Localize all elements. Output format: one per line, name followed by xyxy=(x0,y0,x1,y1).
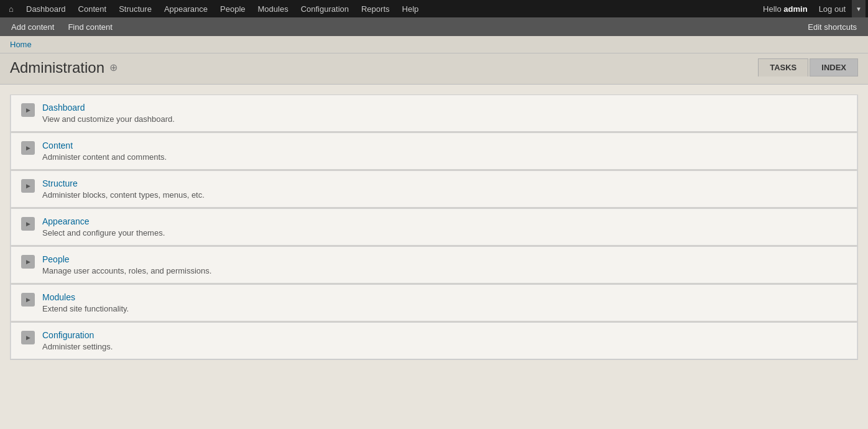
admin-item-content: Content Administer content and comments. xyxy=(11,132,857,170)
nav-item-configuration[interactable]: Configuration xyxy=(295,0,355,17)
admin-item-wrapper-modules: Modules Extend site functionality. xyxy=(11,284,857,322)
breadcrumb-bar: Home xyxy=(0,36,868,53)
admin-item-wrapper-dashboard: Dashboard View and customize your dashbo… xyxy=(11,95,857,132)
page-header: Administration ⊕ TASKS INDEX xyxy=(0,53,868,85)
home-icon[interactable]: ⌂ xyxy=(2,0,20,17)
admin-item-desc-people: Manage user accounts, roles, and permiss… xyxy=(42,266,211,275)
admin-item-wrapper-structure: Structure Administer blocks, content typ… xyxy=(11,170,857,208)
admin-item-title-content[interactable]: Content xyxy=(42,141,847,150)
admin-item-title-configuration[interactable]: Configuration xyxy=(42,330,847,340)
admin-item-desc-configuration: Administer settings. xyxy=(42,342,113,351)
admin-item-wrapper-content: Content Administer content and comments. xyxy=(11,132,857,170)
nav-item-structure[interactable]: Structure xyxy=(113,0,158,17)
admin-item-desc-modules: Extend site functionality. xyxy=(42,304,129,313)
edit-shortcuts-link[interactable]: Edit shortcuts xyxy=(801,17,863,36)
admin-item-content-configuration: Configuration Administer settings. xyxy=(42,330,847,351)
admin-item-content-structure: Structure Administer blocks, content typ… xyxy=(42,178,847,200)
admin-item-wrapper-appearance: Appearance Select and configure your the… xyxy=(11,208,857,246)
nav-item-people[interactable]: People xyxy=(214,0,251,17)
find-content-link[interactable]: Find content xyxy=(62,17,119,36)
expand-configuration-button[interactable] xyxy=(21,331,35,344)
admin-item-wrapper-people: People Manage user accounts, roles, and … xyxy=(11,246,857,284)
admin-item-people: People Manage user accounts, roles, and … xyxy=(11,246,857,284)
page-title: Administration ⊕ xyxy=(10,59,118,76)
admin-item-desc-structure: Administer blocks, content types, menus,… xyxy=(42,190,205,200)
admin-item-wrapper-configuration: Configuration Administer settings. xyxy=(11,322,857,359)
admin-item-content-content: Content Administer content and comments. xyxy=(42,141,847,162)
nav-admin-username: admin xyxy=(783,4,807,14)
admin-item-structure: Structure Administer blocks, content typ… xyxy=(11,170,857,208)
admin-item-content-appearance: Appearance Select and configure your the… xyxy=(42,216,847,238)
admin-item-content-people: People Manage user accounts, roles, and … xyxy=(42,254,847,275)
nav-item-reports[interactable]: Reports xyxy=(355,0,396,17)
admin-item-desc-appearance: Select and configure your themes. xyxy=(42,228,165,238)
nav-hello-text: Hello admin xyxy=(758,4,813,14)
admin-item-desc-dashboard: View and customize your dashboard. xyxy=(42,114,175,124)
nav-item-dashboard[interactable]: Dashboard xyxy=(20,0,72,17)
nav-logout-button[interactable]: Log out xyxy=(813,0,852,17)
second-navigation: Add content Find content Edit shortcuts xyxy=(0,17,868,36)
page-tabs: TASKS INDEX xyxy=(758,58,858,76)
expand-people-button[interactable] xyxy=(21,255,35,269)
admin-item-title-appearance[interactable]: Appearance xyxy=(42,216,847,226)
top-navigation: ⌂ Dashboard Content Structure Appearance… xyxy=(0,0,868,17)
add-content-link[interactable]: Add content xyxy=(5,17,60,36)
expand-modules-button[interactable] xyxy=(21,293,35,307)
admin-item-content-modules: Modules Extend site functionality. xyxy=(42,292,847,313)
tab-tasks[interactable]: TASKS xyxy=(758,58,808,76)
admin-item-title-dashboard[interactable]: Dashboard xyxy=(42,103,847,113)
expand-content-button[interactable] xyxy=(21,141,35,155)
expand-dashboard-button[interactable] xyxy=(21,103,35,117)
admin-item-dashboard: Dashboard View and customize your dashbo… xyxy=(11,95,857,132)
admin-item-title-people[interactable]: People xyxy=(42,254,847,264)
admin-item-modules: Modules Extend site functionality. xyxy=(11,284,857,321)
nav-item-appearance[interactable]: Appearance xyxy=(158,0,214,17)
nav-item-modules[interactable]: Modules xyxy=(252,0,295,17)
add-shortcut-icon[interactable]: ⊕ xyxy=(109,62,118,73)
expand-structure-button[interactable] xyxy=(21,179,35,193)
nav-item-content[interactable]: Content xyxy=(72,0,113,17)
nav-arrow-button[interactable]: ▼ xyxy=(852,0,866,17)
breadcrumb-home[interactable]: Home xyxy=(10,40,32,49)
admin-item-appearance: Appearance Select and configure your the… xyxy=(11,208,857,246)
expand-appearance-button[interactable] xyxy=(21,217,35,231)
admin-item-title-modules[interactable]: Modules xyxy=(42,292,847,302)
nav-right-section: Hello admin Log out ▼ xyxy=(758,0,866,17)
nav-item-help[interactable]: Help xyxy=(396,0,425,17)
tab-index[interactable]: INDEX xyxy=(810,58,858,76)
admin-item-title-structure[interactable]: Structure xyxy=(42,178,847,188)
main-content: Dashboard View and customize your dashbo… xyxy=(0,85,868,370)
admin-item-desc-content: Administer content and comments. xyxy=(42,152,167,162)
admin-items-list: Dashboard View and customize your dashbo… xyxy=(10,95,858,360)
admin-item-configuration: Configuration Administer settings. xyxy=(11,322,857,359)
admin-item-content-dashboard: Dashboard View and customize your dashbo… xyxy=(42,103,847,124)
